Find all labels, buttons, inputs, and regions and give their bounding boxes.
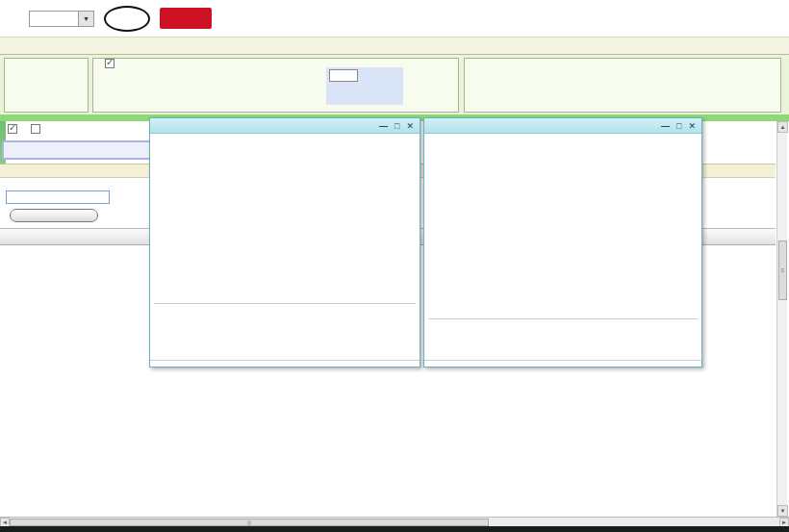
language-select[interactable]: ▼ <box>29 11 94 27</box>
temp-rise-legend <box>154 303 416 306</box>
maximize-icon[interactable]: □ <box>394 121 399 131</box>
minimize-icon[interactable]: — <box>661 121 670 131</box>
temp-rise-footer <box>150 360 420 364</box>
murata-logo <box>160 8 212 29</box>
checkbox-icon[interactable] <box>31 124 40 134</box>
bottom-strip <box>0 526 789 532</box>
multi-graph-checkbox[interactable] <box>105 59 115 68</box>
graph-output-title <box>93 63 97 64</box>
top-nav: ▼ <box>0 0 789 37</box>
dc-bias-input[interactable] <box>329 69 358 82</box>
temp-rise-window: — □ ✕ <box>149 117 420 367</box>
dc-bias-panel <box>326 67 403 105</box>
data-download-title <box>465 59 780 60</box>
close-icon[interactable]: ✕ <box>688 121 696 131</box>
data-download-box <box>464 58 781 113</box>
minimize-icon[interactable]: — <box>379 121 388 131</box>
scroll-up-icon[interactable]: ▲ <box>777 121 788 133</box>
vertical-scrollbar[interactable]: ▲ ≡ ▼ <box>776 121 787 517</box>
menu-bar <box>0 37 789 55</box>
search-toggle-row <box>8 124 40 134</box>
close-icon[interactable]: ✕ <box>406 121 414 131</box>
simsurfing-logo <box>104 6 150 32</box>
graph-output-box <box>92 58 459 113</box>
temp-rise-window-titlebar[interactable]: — □ ✕ <box>150 118 420 134</box>
checkbox-icon[interactable] <box>105 59 115 68</box>
vertical-scroll-thumb[interactable]: ≡ <box>778 241 787 300</box>
frequency-chart <box>424 136 703 317</box>
frequency-window: — □ ✕ <box>423 117 702 367</box>
horizontal-scrollbar[interactable]: ◄ ||| ► <box>0 517 789 526</box>
scroll-down-icon[interactable]: ▼ <box>777 505 788 517</box>
reset-button[interactable] <box>10 209 98 222</box>
name-search-input[interactable] <box>6 190 110 204</box>
circuit-box <box>4 58 89 113</box>
maximize-icon[interactable]: □ <box>676 121 681 131</box>
checkbox-icon[interactable] <box>8 124 17 134</box>
horizontal-scroll-thumb[interactable]: ||| <box>10 519 489 526</box>
temp-rise-chart <box>150 136 421 303</box>
frequency-footer <box>424 360 701 364</box>
unit-toggle[interactable] <box>31 124 40 134</box>
chevron-down-icon[interactable]: ▼ <box>78 12 93 26</box>
frequency-window-titlebar[interactable]: — □ ✕ <box>424 118 701 134</box>
frequency-legend <box>428 318 698 321</box>
tool-strip <box>0 55 789 114</box>
circuit-title <box>5 59 88 60</box>
simsurfing-app: ▼ <box>0 0 789 532</box>
search-toggle[interactable] <box>8 124 17 134</box>
